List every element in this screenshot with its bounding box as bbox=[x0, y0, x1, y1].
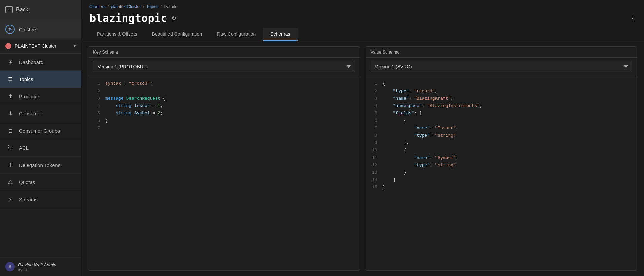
chevron-down-icon: ▾ bbox=[74, 44, 76, 48]
main-content: Clusters / plaintextCluster / Topics / D… bbox=[81, 0, 644, 276]
value-schema-label: Value Schema bbox=[366, 47, 637, 58]
tabs: Partitions & Offsets Beautified Configur… bbox=[89, 28, 636, 41]
sidebar-item-label: ACL bbox=[19, 145, 29, 151]
plaintext-cluster-row[interactable]: PLAINTEXT Cluster ▾ bbox=[0, 39, 81, 54]
breadcrumb-current: Details bbox=[164, 4, 177, 9]
topics-icon: ☰ bbox=[7, 75, 14, 83]
clusters-button[interactable]: ⊕ Clusters bbox=[0, 20, 81, 39]
code-line: 1 syntax = "proto3"; bbox=[88, 80, 360, 88]
sidebar-item-label: Producer bbox=[19, 94, 39, 99]
sidebar-item-topics[interactable]: ☰ Topics bbox=[0, 71, 81, 88]
code-line: 6 } bbox=[88, 117, 360, 125]
code-line: 5 string Symbol = 2; bbox=[88, 110, 360, 117]
tab-partitions[interactable]: Partitions & Offsets bbox=[89, 28, 145, 41]
clusters-label: Clusters bbox=[19, 27, 37, 32]
code-line: 8 "type": "string" bbox=[366, 132, 637, 139]
schema-panels: Key Schema Version 1 (PROTOBUF) 1 syntax… bbox=[88, 46, 637, 271]
page-title: blazingtopic bbox=[89, 12, 167, 25]
code-line: 2 bbox=[88, 88, 360, 95]
refresh-icon[interactable]: ↻ bbox=[171, 14, 176, 22]
clusters-icon: ⊕ bbox=[5, 25, 15, 34]
delegation-tokens-icon: ✳ bbox=[7, 161, 14, 169]
breadcrumb-topics[interactable]: Topics bbox=[146, 4, 159, 9]
code-line: 12 "type": "string" bbox=[366, 162, 637, 169]
code-line: 9 }, bbox=[366, 139, 637, 147]
sidebar-item-label: Consumer Groups bbox=[19, 128, 60, 134]
key-schema-panel: Key Schema Version 1 (PROTOBUF) 1 syntax… bbox=[88, 46, 360, 271]
avatar: B bbox=[5, 262, 15, 271]
user-name: Blazing Kraft Admin bbox=[18, 262, 56, 267]
sidebar-footer: B Blazing Kraft Admin admin bbox=[0, 257, 81, 276]
streams-icon: ✂ bbox=[7, 196, 14, 203]
breadcrumb-sep-3: / bbox=[160, 4, 162, 9]
producer-icon: ⬆ bbox=[7, 93, 14, 100]
code-line: 3 "name": "BlazingKraft", bbox=[366, 95, 637, 102]
user-role: admin bbox=[18, 267, 56, 271]
breadcrumb-sep-2: / bbox=[143, 4, 144, 9]
main-header: Clusters / plaintextCluster / Topics / D… bbox=[81, 0, 644, 41]
breadcrumb-clusters[interactable]: Clusters bbox=[89, 4, 106, 9]
code-line: 2 "type": "record", bbox=[366, 88, 637, 95]
tab-raw[interactable]: Raw Configuration bbox=[210, 28, 263, 41]
sidebar-item-label: Topics bbox=[19, 76, 33, 82]
key-schema-label: Key Schema bbox=[88, 47, 360, 58]
consumer-icon: ⬇ bbox=[7, 110, 14, 117]
breadcrumb: Clusters / plaintextCluster / Topics / D… bbox=[89, 4, 636, 9]
code-line: 7 bbox=[88, 125, 360, 132]
sidebar-item-label: Quotas bbox=[19, 179, 35, 185]
sidebar-item-dashboard[interactable]: ⊞ Dashboard bbox=[0, 54, 81, 71]
sidebar-item-label: Consumer bbox=[19, 111, 42, 116]
dashboard-icon: ⊞ bbox=[7, 58, 14, 66]
sidebar: ← Back ⊕ Clusters PLAINTEXT Cluster ▾ ⊞ … bbox=[0, 0, 81, 276]
code-line: 1 { bbox=[366, 80, 637, 88]
topic-title-row: blazingtopic ↻ ⋮ bbox=[89, 12, 636, 25]
sidebar-item-consumer-groups[interactable]: ⊟ Consumer Groups bbox=[0, 122, 81, 139]
key-schema-code: 1 syntax = "proto3"; 2 3 message SearchR… bbox=[88, 76, 360, 270]
breadcrumb-cluster-name[interactable]: plaintextCluster bbox=[111, 4, 141, 9]
value-schema-select-row: Version 1 (AVRO) bbox=[366, 58, 637, 76]
code-line: 3 message SearchRequest { bbox=[88, 95, 360, 102]
sidebar-item-delegation-tokens[interactable]: ✳ Delegation Tokens bbox=[0, 157, 81, 174]
back-arrow-icon: ← bbox=[5, 6, 13, 13]
back-button[interactable]: ← Back bbox=[0, 0, 81, 20]
code-line: 5 "fields": [ bbox=[366, 110, 637, 117]
sidebar-item-label: Streams bbox=[19, 197, 38, 202]
key-schema-select-row: Version 1 (PROTOBUF) bbox=[88, 58, 360, 76]
value-schema-code: 1 { 2 "type": "record", 3 "name": "Blazi… bbox=[366, 76, 637, 270]
code-line: 15 } bbox=[366, 184, 637, 191]
code-line: 11 "name": "Symbol", bbox=[366, 154, 637, 162]
tab-beautified[interactable]: Beautified Configuration bbox=[145, 28, 210, 41]
nav-items: ⊞ Dashboard ☰ Topics ⬆ Producer ⬇ Consum… bbox=[0, 54, 81, 257]
sidebar-item-streams[interactable]: ✂ Streams bbox=[0, 191, 81, 208]
sidebar-item-acl[interactable]: 🛡 ACL bbox=[0, 139, 81, 157]
sidebar-item-quotas[interactable]: ⚖ Quotas bbox=[0, 174, 81, 191]
code-line: 14 ] bbox=[366, 176, 637, 184]
sidebar-item-consumer[interactable]: ⬇ Consumer bbox=[0, 105, 81, 122]
tab-schemas[interactable]: Schemas bbox=[263, 28, 297, 41]
sidebar-item-label: Dashboard bbox=[19, 59, 43, 65]
cluster-status-dot bbox=[5, 43, 11, 49]
code-line: 4 "namespace": "BlazingInstruments", bbox=[366, 102, 637, 110]
sidebar-item-label: Delegation Tokens bbox=[19, 162, 60, 168]
plaintext-cluster-label: PLAINTEXT Cluster bbox=[15, 43, 70, 49]
code-line: 7 "name": "Issuer", bbox=[366, 125, 637, 132]
schema-area: Key Schema Version 1 (PROTOBUF) 1 syntax… bbox=[81, 41, 644, 276]
consumer-groups-icon: ⊟ bbox=[7, 127, 14, 134]
key-schema-version-select[interactable]: Version 1 (PROTOBUF) bbox=[93, 61, 355, 72]
more-options-icon[interactable]: ⋮ bbox=[629, 14, 636, 22]
acl-icon: 🛡 bbox=[7, 144, 14, 151]
value-schema-version-select[interactable]: Version 1 (AVRO) bbox=[371, 61, 633, 72]
quotas-icon: ⚖ bbox=[7, 178, 14, 186]
user-info: Blazing Kraft Admin admin bbox=[18, 262, 56, 271]
sidebar-item-producer[interactable]: ⬆ Producer bbox=[0, 88, 81, 105]
code-line: 4 string Issuer = 1; bbox=[88, 102, 360, 110]
breadcrumb-sep-1: / bbox=[108, 4, 109, 9]
back-label: Back bbox=[16, 7, 28, 13]
code-line: 10 { bbox=[366, 147, 637, 154]
value-schema-panel: Value Schema Version 1 (AVRO) 1 { 2 "typ… bbox=[366, 46, 638, 271]
code-line: 13 } bbox=[366, 169, 637, 176]
code-line: 6 { bbox=[366, 117, 637, 125]
